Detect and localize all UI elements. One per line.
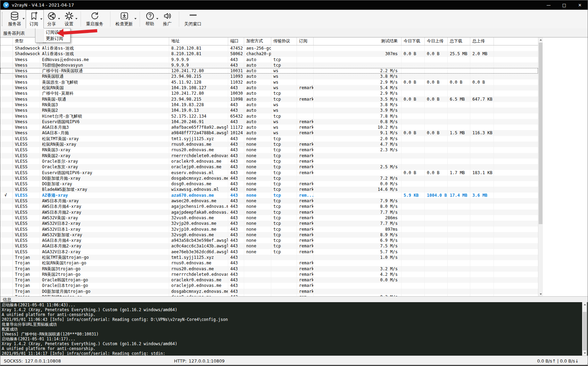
table-row[interactable]: VmessEdNovas云ednovas.me9.9.9.9443autotcp bbox=[0, 57, 538, 62]
help-button[interactable]: 帮助 bbox=[142, 10, 159, 28]
table-row[interactable]: VmessRN美国联通23.94.98.21511093autows3.8 M/… bbox=[0, 74, 538, 79]
table-row[interactable]: Trojan松鼠TMT美国trojan-gotmt1.syjj1125.xyz4… bbox=[0, 255, 538, 260]
cell-transport: tcp bbox=[271, 187, 297, 192]
close-window-button[interactable]: 关闭窗口 bbox=[181, 10, 206, 28]
table-row[interactable]: VmessRN美国2104.19.0.13443autows3.9 M/s bbox=[0, 108, 538, 113]
table-row[interactable]: VLESSDO新加坡-xraydosg0.ednovas.me443nonetc… bbox=[0, 181, 538, 187]
scroll-down-icon[interactable] bbox=[582, 351, 587, 356]
cell-encryption: auto bbox=[244, 85, 271, 91]
resize-grip[interactable] bbox=[585, 363, 585, 364]
scroll-up-icon[interactable] bbox=[582, 302, 587, 307]
column-header-address[interactable]: 地址 bbox=[169, 37, 228, 45]
table-row[interactable]: TrojanOracle韩国trojan-gooraclekr0.ednovas… bbox=[0, 277, 538, 283]
table-row[interactable]: VLESSAWS32V日本2-xray32vjp20.ednovas.me443… bbox=[0, 221, 538, 226]
table-row[interactable]: ShadowsocksAli香港ss-游戏8.210.120.8147452ae… bbox=[0, 45, 538, 51]
log-scrollbar[interactable] bbox=[582, 302, 587, 356]
column-header-total-download[interactable]: 总下载 bbox=[448, 37, 470, 45]
table-row[interactable]: VLESSRN美国2-xrayrnerrrchdelete0.ednovas.m… bbox=[0, 153, 538, 159]
table-row[interactable]: VLESSOracle东京-xrayoraclejp0.ednovas.me44… bbox=[0, 164, 538, 170]
cell-encryption bbox=[244, 260, 271, 266]
table-row[interactable]: VLESSAWS32V美国-xray32vus0.ednovas.me443no… bbox=[0, 215, 538, 221]
promotion-button[interactable]: 推广 bbox=[159, 10, 177, 28]
table-row[interactable]: VLESSAWS日本月抛-xrayawsec20.ednovas.me443no… bbox=[0, 198, 538, 204]
cell-today_up bbox=[425, 227, 448, 232]
log-scrollbar-thumb[interactable] bbox=[583, 312, 587, 350]
table-row[interactable]: Trojan松鼠RN美国trojan-gornus0.ednovas.me443… bbox=[0, 260, 538, 266]
table-row[interactable]: VLESSBladeAWS新加坡-xraywixawssg.ednovas.ml… bbox=[0, 187, 538, 192]
cell-today_down bbox=[401, 164, 425, 170]
table-row[interactable]: VmessAGA日本-月抛a9848ff772a4788b4.awsglob..… bbox=[0, 130, 538, 136]
table-row[interactable]: VLESS松鼠TMT美国-xraytmt1.syjj1125.xyz443non… bbox=[0, 136, 538, 142]
table-row[interactable]: TrojanRN美国2trojan-gornerrrchdelete0.edno… bbox=[0, 272, 538, 277]
cell-active-indicator bbox=[0, 45, 13, 51]
column-header-today-download[interactable]: 今日下载 bbox=[401, 37, 425, 45]
cell-filler bbox=[494, 243, 538, 249]
column-header-encryption[interactable]: 加密方式 bbox=[244, 37, 271, 45]
table-row[interactable]: Vmess广移中转-莫斯科120.241.72.8010030autotcp2.… bbox=[0, 91, 538, 96]
table-row[interactable]: VLESSAGA日本月抛2-xrayac0c4acc6c3a1c43b.awsg… bbox=[0, 243, 538, 249]
scroll-up-icon[interactable] bbox=[538, 37, 543, 42]
cell-port: 443 bbox=[228, 232, 244, 238]
column-header-transport[interactable]: 传输协议 bbox=[271, 37, 297, 45]
close-button[interactable]: ✕ bbox=[572, 0, 588, 10]
cell-type: Trojan bbox=[13, 277, 40, 283]
table-row[interactable]: ShadowsocksAli香港ss-游戏8.210.120.8158062ch… bbox=[0, 51, 538, 57]
table-row[interactable]: VLESSAWS32V日本1-xray32vjp10.ednovas.me443… bbox=[0, 227, 538, 232]
table-row[interactable]: VLESSOracle首尔-xrayoraclekr0.ednovas.me44… bbox=[0, 159, 538, 164]
table-row[interactable]: VLESSAWS32V新加坡-xray32vsg0.ednovas.me443n… bbox=[0, 232, 538, 238]
table-row[interactable]: Vmess松鼠RN美国104.19.108.127443autowsremark… bbox=[0, 85, 538, 91]
table-row[interactable]: VmessRN美国-联通23.94.98.21511098autotcprema… bbox=[0, 96, 538, 102]
table-row[interactable]: VmessTG群组@ednovasyun9.9.9.9443autotcp bbox=[0, 62, 538, 68]
cell-subscription bbox=[297, 113, 314, 119]
table-row[interactable]: VmessEuserv德国纯IPV6104.20.246.91443autows… bbox=[0, 119, 538, 125]
cell-active-indicator bbox=[0, 232, 13, 238]
table-row[interactable]: VLESSEuserv德国纯IPV6-xrayeuserv.ednovas.ml… bbox=[0, 170, 538, 176]
cell-type: VLESS bbox=[13, 181, 40, 187]
table-row[interactable]: √VLESSAZ香港-xrayaza670.ednovas.me443nonet… bbox=[0, 193, 538, 198]
table-row[interactable]: VmessHinet台湾-奈飞解锁52.175.122.13465432auto… bbox=[0, 113, 538, 119]
table-row[interactable]: VLESSAGA日本月抛4-xraya943a58cb43e598ef.awsg… bbox=[0, 238, 538, 243]
table-row[interactable]: VLESSAGA32V日本2-xrayaee76eb3e362dcd6d.aws… bbox=[0, 249, 538, 255]
cell-address: agajpdeepfaka0.ednovas.me bbox=[169, 210, 228, 215]
cell-total_up bbox=[470, 243, 494, 249]
column-header-total-upload[interactable]: 总上传 bbox=[470, 37, 494, 45]
servers-button[interactable]: 服务器 bbox=[5, 10, 26, 28]
cell-encryption: aes-256-gcm bbox=[244, 45, 271, 51]
table-row[interactable]: VLESSRN美国3-xrayrnus20.ednovas.me443nonet… bbox=[0, 147, 538, 153]
table-row[interactable]: Vmess广移中转-RN美国联通120.241.72.8010031autows… bbox=[0, 68, 538, 74]
cell-today_down: 0.0 B bbox=[401, 96, 425, 102]
cell-total_up bbox=[470, 91, 494, 96]
table-scrollbar[interactable] bbox=[538, 37, 543, 297]
table-row[interactable]: TrojanRN美国3trojan-gornus20.ednovas.me443… bbox=[0, 266, 538, 272]
subscriptions-button[interactable]: 订阅 bbox=[26, 10, 44, 28]
cell-port: 443 bbox=[228, 119, 244, 125]
toolbar-grip[interactable] bbox=[2, 12, 4, 26]
column-header-port[interactable]: 端口 bbox=[228, 37, 244, 45]
maximize-button[interactable]: □ bbox=[556, 0, 572, 10]
table-row[interactable]: TrojanDO新加坡月抛trojan-godosgabcmnxyz.ednov… bbox=[0, 289, 538, 294]
cell-today_down bbox=[401, 147, 425, 153]
settings-button[interactable]: 设置 bbox=[61, 10, 78, 28]
restart-service-button[interactable]: 重启服务 bbox=[83, 10, 108, 28]
check-update-button[interactable]: 检查更新 bbox=[113, 10, 138, 28]
column-header-rowselector[interactable] bbox=[0, 37, 13, 45]
table-row[interactable]: VLESSDO新加坡月抛-xraydosgabcmnxyz.ednovas.me… bbox=[0, 176, 538, 181]
share-button[interactable]: 分享 bbox=[44, 10, 61, 28]
column-header-test-result[interactable]: 测试结果 bbox=[314, 37, 401, 45]
column-header-subscription[interactable]: 订阅 bbox=[297, 37, 314, 45]
minimize-button[interactable]: — bbox=[541, 0, 556, 10]
table-row[interactable]: VLESS松鼠RN美国-xrayrnus0.ednovas.me443nonet… bbox=[0, 142, 538, 147]
table-row[interactable]: VLESSAWS日本月抛2-xrayagajpdeepfaka0.ednovas… bbox=[0, 210, 538, 215]
table-scrollbar-thumb[interactable] bbox=[539, 43, 543, 224]
table-row[interactable]: VmessRN美国3104.19.83.228443autows3.8 M/s bbox=[0, 102, 538, 108]
column-header-today-upload[interactable]: 今日上传 bbox=[425, 37, 448, 45]
table-row[interactable]: Vmess美国原生-奈飞解锁45.11.92.12811032autows2.9… bbox=[0, 79, 538, 85]
cell-encryption: none bbox=[244, 243, 271, 249]
cell-today_down bbox=[401, 272, 425, 277]
table-row[interactable]: VLESSAWS日本月抛4-xrayagajpchensir0.ednovas.… bbox=[0, 204, 538, 209]
table-row[interactable]: VmessAGA日本月抛3a0afbace65f7f8a92.awsglob..… bbox=[0, 125, 538, 130]
cell-filler bbox=[494, 45, 538, 51]
scroll-down-icon[interactable] bbox=[538, 292, 543, 297]
cell-today_up bbox=[425, 85, 448, 91]
table-row[interactable]: TrojanOracle日本trojan-gooraclejp0.ednovas… bbox=[0, 283, 538, 288]
